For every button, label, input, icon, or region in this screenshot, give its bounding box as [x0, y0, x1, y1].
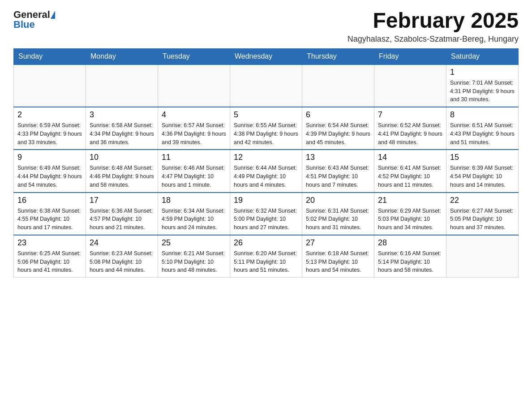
day-info: Sunrise: 6:18 AM Sunset: 5:13 PM Dayligh…: [306, 249, 370, 274]
day-number: 13: [306, 153, 370, 162]
day-number: 26: [234, 238, 298, 248]
calendar-day-cell: 8Sunrise: 6:51 AM Sunset: 4:43 PM Daylig…: [446, 107, 519, 150]
day-number: 15: [450, 153, 515, 162]
calendar-day-cell: [86, 64, 158, 107]
day-info: Sunrise: 6:49 AM Sunset: 4:44 PM Dayligh…: [17, 164, 82, 189]
weekday-header-tuesday: Tuesday: [158, 48, 230, 64]
calendar-day-cell: 25Sunrise: 6:21 AM Sunset: 5:10 PM Dayli…: [158, 235, 230, 278]
calendar-week-row: 16Sunrise: 6:38 AM Sunset: 4:55 PM Dayli…: [14, 193, 519, 235]
day-info: Sunrise: 6:54 AM Sunset: 4:39 PM Dayligh…: [306, 121, 370, 146]
calendar-day-cell: 22Sunrise: 6:27 AM Sunset: 5:05 PM Dayli…: [446, 193, 519, 235]
calendar-day-cell: 28Sunrise: 6:16 AM Sunset: 5:14 PM Dayli…: [374, 235, 446, 278]
calendar-day-cell: [374, 64, 446, 107]
day-info: Sunrise: 6:25 AM Sunset: 5:06 PM Dayligh…: [17, 249, 82, 274]
day-info: Sunrise: 6:20 AM Sunset: 5:11 PM Dayligh…: [234, 249, 298, 274]
day-info: Sunrise: 6:29 AM Sunset: 5:03 PM Dayligh…: [378, 207, 442, 232]
day-number: 27: [306, 238, 370, 248]
calendar-day-cell: 18Sunrise: 6:34 AM Sunset: 4:59 PM Dayli…: [158, 193, 230, 235]
day-info: Sunrise: 6:34 AM Sunset: 4:59 PM Dayligh…: [162, 207, 226, 232]
weekday-header-row: SundayMondayTuesdayWednesdayThursdayFrid…: [14, 48, 519, 64]
calendar-day-cell: 14Sunrise: 6:41 AM Sunset: 4:52 PM Dayli…: [374, 150, 446, 192]
day-number: 20: [306, 196, 370, 205]
calendar-week-row: 9Sunrise: 6:49 AM Sunset: 4:44 PM Daylig…: [14, 150, 519, 192]
weekday-header-saturday: Saturday: [446, 48, 519, 64]
day-number: 7: [378, 110, 442, 120]
day-number: 16: [17, 196, 82, 205]
calendar-day-cell: 24Sunrise: 6:23 AM Sunset: 5:08 PM Dayli…: [86, 235, 158, 278]
title-block: February 2025 Nagyhalasz, Szabolcs-Szatm…: [348, 9, 519, 44]
day-info: Sunrise: 6:48 AM Sunset: 4:46 PM Dayligh…: [90, 164, 154, 189]
calendar-title: February 2025: [348, 9, 519, 33]
day-number: 11: [162, 153, 226, 162]
day-number: 1: [450, 68, 515, 77]
day-info: Sunrise: 6:58 AM Sunset: 4:34 PM Dayligh…: [90, 121, 154, 146]
calendar-table: SundayMondayTuesdayWednesdayThursdayFrid…: [13, 48, 519, 278]
day-number: 18: [162, 196, 226, 205]
day-number: 24: [90, 238, 154, 248]
day-info: Sunrise: 6:31 AM Sunset: 5:02 PM Dayligh…: [306, 207, 370, 232]
day-info: Sunrise: 6:32 AM Sunset: 5:00 PM Dayligh…: [234, 207, 298, 232]
day-number: 9: [17, 153, 82, 162]
day-number: 14: [378, 153, 442, 162]
day-number: 2: [17, 110, 82, 120]
calendar-day-cell: 4Sunrise: 6:57 AM Sunset: 4:36 PM Daylig…: [158, 107, 230, 150]
day-info: Sunrise: 6:59 AM Sunset: 4:33 PM Dayligh…: [17, 121, 82, 146]
page-header: General Blue February 2025 Nagyhalasz, S…: [13, 9, 519, 44]
day-number: 25: [162, 238, 226, 248]
day-info: Sunrise: 6:21 AM Sunset: 5:10 PM Dayligh…: [162, 249, 226, 274]
calendar-day-cell: 11Sunrise: 6:46 AM Sunset: 4:47 PM Dayli…: [158, 150, 230, 192]
day-number: 3: [90, 110, 154, 120]
calendar-day-cell: [230, 64, 302, 107]
day-number: 17: [90, 196, 154, 205]
day-info: Sunrise: 6:38 AM Sunset: 4:55 PM Dayligh…: [17, 207, 82, 232]
calendar-day-cell: [446, 235, 519, 278]
day-number: 19: [234, 196, 298, 205]
calendar-day-cell: 5Sunrise: 6:55 AM Sunset: 4:38 PM Daylig…: [230, 107, 302, 150]
day-info: Sunrise: 6:36 AM Sunset: 4:57 PM Dayligh…: [90, 207, 154, 232]
calendar-day-cell: [302, 64, 374, 107]
logo: General Blue: [13, 9, 55, 30]
weekday-header-friday: Friday: [374, 48, 446, 64]
day-info: Sunrise: 6:43 AM Sunset: 4:51 PM Dayligh…: [306, 164, 370, 189]
calendar-day-cell: 21Sunrise: 6:29 AM Sunset: 5:03 PM Dayli…: [374, 193, 446, 235]
weekday-header-sunday: Sunday: [14, 48, 86, 64]
day-number: 21: [378, 196, 442, 205]
calendar-week-row: 1Sunrise: 7:01 AM Sunset: 4:31 PM Daylig…: [14, 64, 519, 107]
calendar-day-cell: 15Sunrise: 6:39 AM Sunset: 4:54 PM Dayli…: [446, 150, 519, 192]
day-number: 22: [450, 196, 515, 205]
day-info: Sunrise: 6:55 AM Sunset: 4:38 PM Dayligh…: [234, 121, 298, 146]
weekday-header-wednesday: Wednesday: [230, 48, 302, 64]
day-number: 6: [306, 110, 370, 120]
day-number: 5: [234, 110, 298, 120]
logo-blue-text: Blue: [13, 19, 35, 30]
day-info: Sunrise: 6:27 AM Sunset: 5:05 PM Dayligh…: [450, 207, 515, 232]
calendar-day-cell: 12Sunrise: 6:44 AM Sunset: 4:49 PM Dayli…: [230, 150, 302, 192]
calendar-day-cell: 17Sunrise: 6:36 AM Sunset: 4:57 PM Dayli…: [86, 193, 158, 235]
calendar-day-cell: 13Sunrise: 6:43 AM Sunset: 4:51 PM Dayli…: [302, 150, 374, 192]
day-info: Sunrise: 6:57 AM Sunset: 4:36 PM Dayligh…: [162, 121, 226, 146]
day-number: 23: [17, 238, 82, 248]
day-info: Sunrise: 6:16 AM Sunset: 5:14 PM Dayligh…: [378, 249, 442, 274]
day-info: Sunrise: 6:52 AM Sunset: 4:41 PM Dayligh…: [378, 121, 442, 146]
calendar-day-cell: 20Sunrise: 6:31 AM Sunset: 5:02 PM Dayli…: [302, 193, 374, 235]
calendar-day-cell: 6Sunrise: 6:54 AM Sunset: 4:39 PM Daylig…: [302, 107, 374, 150]
day-number: 28: [378, 238, 442, 248]
calendar-day-cell: 1Sunrise: 7:01 AM Sunset: 4:31 PM Daylig…: [446, 64, 519, 107]
day-number: 4: [162, 110, 226, 120]
day-info: Sunrise: 6:44 AM Sunset: 4:49 PM Dayligh…: [234, 164, 298, 189]
weekday-header-thursday: Thursday: [302, 48, 374, 64]
day-number: 12: [234, 153, 298, 162]
calendar-day-cell: 27Sunrise: 6:18 AM Sunset: 5:13 PM Dayli…: [302, 235, 374, 278]
day-info: Sunrise: 6:46 AM Sunset: 4:47 PM Dayligh…: [162, 164, 226, 189]
calendar-day-cell: 10Sunrise: 6:48 AM Sunset: 4:46 PM Dayli…: [86, 150, 158, 192]
calendar-day-cell: 26Sunrise: 6:20 AM Sunset: 5:11 PM Dayli…: [230, 235, 302, 278]
day-number: 10: [90, 153, 154, 162]
day-info: Sunrise: 6:39 AM Sunset: 4:54 PM Dayligh…: [450, 164, 515, 189]
day-info: Sunrise: 6:51 AM Sunset: 4:43 PM Dayligh…: [450, 121, 515, 146]
calendar-week-row: 23Sunrise: 6:25 AM Sunset: 5:06 PM Dayli…: [14, 235, 519, 278]
calendar-day-cell: 2Sunrise: 6:59 AM Sunset: 4:33 PM Daylig…: [14, 107, 86, 150]
weekday-header-monday: Monday: [86, 48, 158, 64]
day-info: Sunrise: 6:41 AM Sunset: 4:52 PM Dayligh…: [378, 164, 442, 189]
logo-triangle-icon: [51, 11, 55, 19]
calendar-day-cell: 9Sunrise: 6:49 AM Sunset: 4:44 PM Daylig…: [14, 150, 86, 192]
